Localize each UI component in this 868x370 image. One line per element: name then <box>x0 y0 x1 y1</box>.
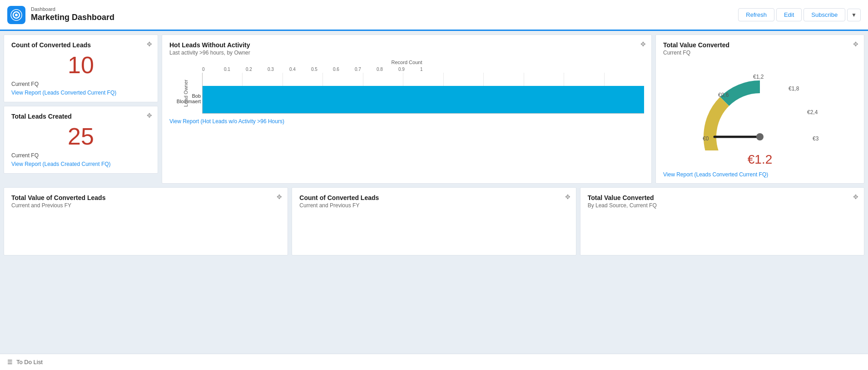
list-icon: ☰ <box>7 359 13 365</box>
svg-text:€2,4: €2,4 <box>807 109 818 115</box>
header-actions: Refresh Edit Subscribe ▼ <box>738 8 861 21</box>
gauge-subtitle: Current FQ <box>663 50 857 56</box>
expand-icon-total-leads[interactable]: ✥ <box>147 112 152 119</box>
edit-button[interactable]: Edit <box>776 8 802 21</box>
svg-text:€1,2: €1,2 <box>753 74 764 80</box>
chart-plot-area: Lead Owner <box>169 73 644 114</box>
hot-leads-link[interactable]: View Report (Hot Leads w/o Activity >96 … <box>169 118 644 125</box>
chart-bars-area: Bob Blommaert <box>202 73 644 114</box>
total-leads-footer: Current FQ <box>11 152 150 159</box>
converted-leads-title: Count of Converted Leads <box>11 41 150 49</box>
header-title: Marketing Dashboard <box>31 12 738 23</box>
header-title-group: Dashboard Marketing Dashboard <box>31 6 738 23</box>
svg-text:€0: €0 <box>703 135 709 142</box>
count-converted-fy-subtitle: Current and Previous FY <box>299 202 568 209</box>
total-value-fy-subtitle: Current and Previous FY <box>11 202 280 209</box>
chart-x-axis-label: Record Count <box>169 60 644 65</box>
header: Dashboard Marketing Dashboard Refresh Ed… <box>0 0 868 31</box>
expand-icon-hot-leads[interactable]: ✥ <box>640 40 646 48</box>
total-value-source-title: Total Value Converted <box>588 194 857 201</box>
svg-text:€1,8: €1,8 <box>789 85 799 92</box>
bar-owner-label: Bob Blommaert <box>171 93 201 104</box>
app-logo <box>7 6 25 24</box>
total-value-fy-title: Total Value of Converted Leads <box>11 194 280 201</box>
total-value-source-card: ✥ Total Value Converted By Lead Source, … <box>580 187 864 255</box>
converted-leads-link[interactable]: View Report (Leads Converted Current FQ) <box>11 90 116 96</box>
x-axis-labels: 0 0.1 0.2 0.3 0.4 0.5 0.6 0.7 0.8 0.9 1 <box>202 67 644 72</box>
hot-leads-subtitle: Last activity >96 hours, by Owner <box>169 50 644 56</box>
svg-text:€3: €3 <box>813 135 819 142</box>
gauge-svg: €0 €0,6 €1,2 €1,8 €2,4 €3 <box>683 60 837 150</box>
expand-icon-gauge[interactable]: ✥ <box>853 40 858 48</box>
todo-label[interactable]: To Do List <box>16 359 43 365</box>
refresh-button[interactable]: Refresh <box>738 8 774 21</box>
gauge-wrapper: €0 €0,6 €1,2 €1,8 €2,4 €3 €1.2 <box>663 60 857 167</box>
total-leads-card: ✥ Total Leads Created 25 Current FQ View… <box>4 106 158 174</box>
dashboard-row-1: ✥ Count of Converted Leads 10 Current FQ… <box>4 35 864 184</box>
gauge-link[interactable]: View Report (Leads Converted Current FQ) <box>663 171 857 178</box>
expand-icon-total-value-source[interactable]: ✥ <box>853 193 858 200</box>
dropdown-arrow-button[interactable]: ▼ <box>847 9 861 21</box>
expand-icon-converted[interactable]: ✥ <box>147 40 152 48</box>
svg-text:€0,6: €0,6 <box>718 92 729 98</box>
svg-point-10 <box>756 133 764 140</box>
expand-icon-count-fy[interactable]: ✥ <box>565 193 570 200</box>
converted-leads-card: ✥ Count of Converted Leads 10 Current FQ… <box>4 35 158 102</box>
dashboard-body: ✥ Count of Converted Leads 10 Current FQ… <box>0 31 868 354</box>
count-converted-fy-card: ✥ Count of Converted Leads Current and P… <box>292 187 576 255</box>
hot-leads-card: ✥ Hot Leads Without Activity Last activi… <box>162 35 652 184</box>
total-leads-link[interactable]: View Report (Leads Created Current FQ) <box>11 161 111 167</box>
total-value-fy-card: ✥ Total Value of Converted Leads Current… <box>4 187 288 255</box>
footer-bar: ☰ To Do List <box>0 354 868 370</box>
svg-point-2 <box>15 14 18 16</box>
total-value-source-subtitle: By Lead Source, Current FQ <box>588 202 857 209</box>
count-converted-fy-title: Count of Converted Leads <box>299 194 568 201</box>
total-leads-title: Total Leads Created <box>11 113 150 120</box>
gauge-card: ✥ Total Value Converted Current FQ <box>655 35 864 184</box>
gauge-value: €1.2 <box>748 152 773 167</box>
bar-bob <box>203 86 644 113</box>
converted-leads-footer: Current FQ <box>11 81 150 87</box>
expand-icon-total-value-fy[interactable]: ✥ <box>277 193 282 200</box>
converted-leads-value: 10 <box>11 52 150 78</box>
total-leads-value: 25 <box>11 124 150 150</box>
subscribe-button[interactable]: Subscribe <box>804 8 845 21</box>
header-subtitle: Dashboard <box>31 6 738 12</box>
hot-leads-title: Hot Leads Without Activity <box>169 41 644 49</box>
dashboard-row-2: ✥ Total Value of Converted Leads Current… <box>4 187 864 255</box>
hot-leads-chart: Record Count 0 0.1 0.2 0.3 0.4 0.5 0.6 0… <box>169 60 644 114</box>
gauge-title: Total Value Converted <box>663 41 857 49</box>
